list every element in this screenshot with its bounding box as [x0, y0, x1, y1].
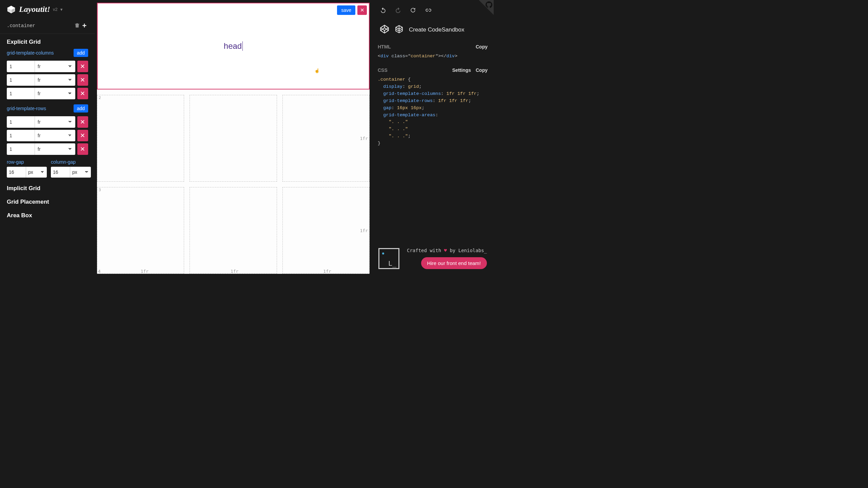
row-track-3: fr ✕	[0, 142, 95, 156]
column-gap-unit[interactable]: px	[70, 167, 91, 178]
row-track-label: 1fr	[360, 228, 368, 233]
column-gap-col: column-gap px	[51, 159, 91, 178]
brand-version: v2	[53, 7, 58, 12]
column-1-unit[interactable]: fr	[35, 61, 75, 72]
implicit-grid-heading[interactable]: Implicit Grid	[0, 178, 95, 195]
delete-icon[interactable]	[73, 22, 81, 29]
grid-placement-heading[interactable]: Grid Placement	[0, 195, 95, 209]
export-codesandbox-label[interactable]: Create CodeSandbox	[409, 26, 465, 33]
remove-column-3-button[interactable]: ✕	[77, 88, 88, 99]
remove-column-2-button[interactable]: ✕	[77, 74, 88, 86]
row-gap-value[interactable]	[7, 167, 26, 178]
add-icon[interactable]: +	[81, 21, 88, 30]
grid-cell[interactable]: 2	[97, 95, 184, 182]
rows-prop-row: grid-template-rows add	[0, 100, 95, 115]
heart-icon: ♥	[444, 248, 447, 253]
html-header: HTML Copy	[376, 41, 489, 52]
gap-row: row-gap px column-gap px	[0, 156, 95, 178]
codesandbox-icon[interactable]	[395, 25, 403, 35]
export-row: Create CodeSandbox	[372, 18, 494, 41]
brand-row: Layoutit! v2 ▼	[0, 0, 95, 18]
column-2-value[interactable]	[7, 74, 35, 86]
row-line-number: 4	[98, 269, 101, 274]
col-track-label: 1fr	[323, 269, 331, 274]
row-gap-label: row-gap	[7, 159, 47, 165]
row-gap-unit[interactable]: px	[26, 167, 47, 178]
row-line-number: 2	[99, 96, 101, 100]
css-header: CSS Settings Copy	[376, 65, 489, 76]
grid-cell[interactable]	[190, 187, 277, 274]
row-1-value[interactable]	[7, 116, 35, 128]
link-icon[interactable]	[425, 7, 431, 15]
row-2-unit[interactable]: fr	[35, 130, 75, 141]
footer: Crafted with ♥ by Leniolabs_ Hire our fr…	[372, 242, 494, 277]
refresh-icon[interactable]	[410, 7, 416, 15]
css-settings-button[interactable]: Settings	[452, 67, 471, 73]
sidebar: Layoutit! v2 ▼ .container + Explicit Gri…	[0, 0, 95, 277]
grid-cell[interactable]: 1fr	[282, 187, 370, 274]
column-gap-label: column-gap	[51, 159, 91, 165]
brand-title: Layoutit!	[19, 5, 50, 14]
row-3-value[interactable]	[7, 143, 35, 155]
css-copy-button[interactable]: Copy	[476, 67, 488, 73]
footer-text: Crafted with ♥ by Leniolabs_ Hire our fr…	[406, 248, 487, 269]
html-title: HTML	[378, 44, 471, 49]
column-track-1: fr ✕	[0, 60, 95, 73]
grid-cell[interactable]: 3	[97, 187, 184, 274]
undo-icon[interactable]	[380, 7, 387, 15]
column-gap-value[interactable]	[51, 167, 70, 178]
leniolabs-logo-icon[interactable]	[378, 248, 399, 269]
add-column-button[interactable]: add	[74, 49, 88, 57]
codepen-icon[interactable]	[380, 24, 389, 35]
cancel-area-button[interactable]: ✕	[357, 5, 367, 15]
brand-cube-icon	[7, 5, 16, 14]
grid-cell[interactable]: 1fr	[282, 95, 370, 182]
row-track-label: 1fr	[360, 136, 368, 141]
remove-column-1-button[interactable]: ✕	[77, 61, 88, 72]
column-track-2: fr ✕	[0, 73, 95, 87]
html-copy-button[interactable]: Copy	[476, 44, 488, 49]
rows-label: grid-template-rows	[7, 106, 74, 111]
columns-label: grid-template-columns	[7, 50, 74, 56]
grid-canvas[interactable]: 2 1fr 3 1fr head save ✕ 4 1fr 1fr 1fr ☝	[97, 3, 370, 274]
github-icon[interactable]	[486, 1, 492, 9]
redo-icon[interactable]	[395, 7, 401, 15]
grid-cell[interactable]	[190, 95, 277, 182]
remove-row-3-button[interactable]: ✕	[77, 143, 88, 155]
column-2-unit[interactable]: fr	[35, 74, 75, 86]
explicit-grid-heading[interactable]: Explicit Grid	[0, 34, 95, 49]
toolbar	[372, 0, 494, 18]
css-section: CSS Settings Copy .container { display: …	[372, 65, 494, 152]
hire-button[interactable]: Hire our front end team!	[421, 257, 487, 269]
selector-row: .container +	[0, 18, 95, 34]
css-code[interactable]: .container { display: grid; grid-templat…	[376, 76, 489, 152]
row-track-1: fr ✕	[0, 115, 95, 129]
remove-row-1-button[interactable]: ✕	[77, 116, 88, 128]
save-area-button[interactable]: save	[337, 5, 355, 15]
column-3-value[interactable]	[7, 88, 35, 99]
column-1-value[interactable]	[7, 61, 35, 72]
columns-prop-row: grid-template-columns add	[0, 49, 95, 60]
crafted-text: Crafted with ♥ by Leniolabs_	[407, 248, 487, 253]
row-3-unit[interactable]: fr	[35, 143, 75, 155]
css-title: CSS	[378, 67, 448, 73]
row-track-2: fr ✕	[0, 129, 95, 142]
row-line-number: 3	[99, 188, 101, 192]
col-track-label: 1fr	[231, 269, 238, 274]
area-box-heading[interactable]: Area Box	[0, 209, 95, 222]
row-1-unit[interactable]: fr	[35, 116, 75, 128]
selector-name[interactable]: .container	[7, 23, 73, 28]
add-row-button[interactable]: add	[74, 104, 88, 113]
column-3-unit[interactable]: fr	[35, 88, 75, 99]
row-2-value[interactable]	[7, 130, 35, 141]
row-gap-col: row-gap px	[7, 159, 47, 178]
remove-row-2-button[interactable]: ✕	[77, 130, 88, 141]
brand-caret-icon[interactable]: ▼	[60, 7, 63, 12]
html-section: HTML Copy <div class="container"></div>	[372, 41, 494, 65]
area-name-input[interactable]: head	[224, 41, 243, 51]
col-track-label: 1fr	[141, 269, 149, 274]
html-code[interactable]: <div class="container"></div>	[376, 52, 489, 65]
area-save-bar: save ✕	[337, 5, 367, 15]
grid-area-head[interactable]: head save ✕	[97, 3, 370, 89]
right-panel: Create CodeSandbox HTML Copy <div class=…	[372, 0, 494, 277]
